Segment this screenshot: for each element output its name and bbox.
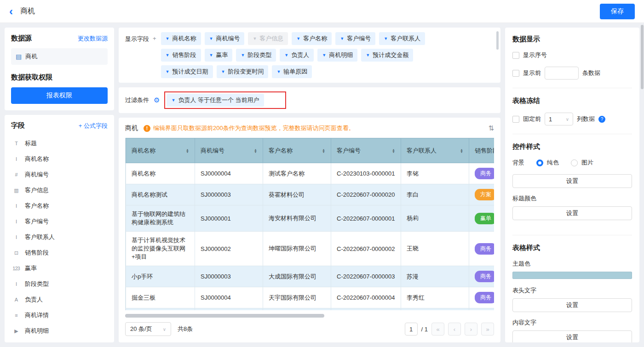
column-header-1[interactable]: 商机编号▲▼ xyxy=(195,138,263,163)
column-header-3[interactable]: 客户编号▲▼ xyxy=(331,138,401,163)
field-item-stage-type[interactable]: I阶段类型 xyxy=(11,276,108,292)
field-item-expected-amount[interactable]: 123预计成交金额 xyxy=(11,339,108,342)
last-page-button[interactable]: » xyxy=(481,323,494,336)
show-front-checkbox[interactable] xyxy=(512,70,519,77)
cell-stage: 商务 xyxy=(469,163,494,184)
column-header-4[interactable]: 客户联系人▲▼ xyxy=(401,138,469,163)
pager-nav: «‹›» xyxy=(431,323,494,336)
field-item-opportunity-name[interactable]: I商机名称 xyxy=(11,151,108,167)
show-front-count-input[interactable] xyxy=(545,67,579,80)
display-field-chip-customer-info[interactable]: ▼客户信息 xyxy=(248,32,288,45)
cell-contact: 李秀红 xyxy=(401,287,469,308)
field-item-title[interactable]: T标题 xyxy=(11,136,108,151)
add-formula-field-link[interactable]: + 公式字段 xyxy=(79,122,108,130)
freeze-checkbox[interactable] xyxy=(512,116,519,123)
chevron-down-icon: ▼ xyxy=(253,36,257,41)
chevron-down-icon: ▼ xyxy=(221,69,225,74)
cell-stage: 商务 xyxy=(469,266,494,287)
cell-opportunity-name: 基于物联网的建筑结构健康检测系统 xyxy=(126,205,195,232)
header-text-label: 表头文字 xyxy=(512,286,632,295)
gear-icon[interactable]: ⚙ xyxy=(154,96,160,104)
display-field-chip-stage-type[interactable]: ▼阶段类型 xyxy=(236,49,276,62)
chevron-down-icon: ▼ xyxy=(166,36,170,41)
theme-color-swatch[interactable] xyxy=(512,272,632,279)
preview-warning: ! 编辑界面只取数据源前200条作为查询数据预览，完整数据请访问页面查看。 xyxy=(144,124,355,132)
display-field-chip-expected-amount[interactable]: ▼预计成交金额 xyxy=(361,49,413,62)
help-icon[interactable]: ? xyxy=(598,116,605,123)
report-permission-button[interactable]: 报表权限 xyxy=(11,87,108,104)
page-size-select[interactable]: 20 条/页 ∨ xyxy=(125,322,171,336)
sort-toggle-icon[interactable]: ⇅ xyxy=(488,124,494,132)
display-field-chip-owner[interactable]: ▼负责人 xyxy=(280,49,314,62)
display-field-chip-lost-reason[interactable]: ▼输单原因 xyxy=(272,65,312,78)
display-field-chip-win-rate[interactable]: ▼赢率 xyxy=(205,49,233,62)
chevron-down-icon: ▼ xyxy=(209,36,213,41)
save-button[interactable]: 保存 xyxy=(600,4,635,19)
solid-color-radio[interactable] xyxy=(536,159,543,166)
display-field-chip-customer-contact[interactable]: ▼客户联系人 xyxy=(379,32,425,45)
prev-page-button[interactable]: ‹ xyxy=(448,323,461,336)
cell-opportunity-name: 基于计算机视觉技术的监控摄像头互联网+项目 xyxy=(126,232,195,266)
current-page-box[interactable]: 1 xyxy=(405,323,418,336)
field-item-win-rate[interactable]: 123赢率 xyxy=(11,261,108,276)
column-header-5[interactable]: 销售阶段▲▼ xyxy=(469,138,494,163)
field-item-owner[interactable]: A负责人 xyxy=(11,292,108,307)
stage-badge: 方案 xyxy=(475,189,494,200)
field-item-opportunity-lines[interactable]: ▶商机明细 xyxy=(11,323,108,339)
sort-icon[interactable]: ▲▼ xyxy=(322,148,325,153)
show-index-checkbox[interactable] xyxy=(512,52,519,59)
first-page-button[interactable]: « xyxy=(431,323,444,336)
datasource-item[interactable]: ▤ 商机 xyxy=(11,48,108,65)
display-field-chip-opportunity-no[interactable]: ▼商机编号 xyxy=(205,32,245,45)
text-icon: I xyxy=(12,281,20,287)
table-row: 基于物联网的建筑结构健康检测系统SJ0000001海安材料有限公司C-20220… xyxy=(126,205,494,232)
freeze-count-select[interactable]: 1 ∨ xyxy=(545,113,573,125)
display-field-chip-stage-change-time[interactable]: ▼阶段变更时间 xyxy=(217,65,269,78)
display-field-chip-expected-date[interactable]: ▼预计成交日期 xyxy=(161,65,213,78)
field-label: 赢率 xyxy=(25,264,37,273)
chip-label: 预计成交金额 xyxy=(373,51,408,59)
filter-label: 过滤条件 xyxy=(125,96,149,104)
content-text-set-button[interactable]: 设置 xyxy=(512,330,632,342)
field-item-customer-contact[interactable]: I客户联系人 xyxy=(11,229,108,245)
background-set-button[interactable]: 设置 xyxy=(512,174,632,188)
chevron-down-icon: ▼ xyxy=(296,36,300,41)
field-item-customer-name[interactable]: I客户名称 xyxy=(11,198,108,214)
display-field-chip-sales-stage[interactable]: ▼销售阶段 xyxy=(161,49,201,62)
sort-icon[interactable]: ▲▼ xyxy=(460,148,463,153)
settings-panel: 数据显示 显示序号 显示前 条数据 表格冻结 固定前 1 ∨ 列数据 xyxy=(505,28,639,342)
preview-table: 商机名称▲▼商机编号▲▼客户名称▲▼客户编号▲▼客户联系人▲▼销售阶段▲▼ 商机… xyxy=(126,138,494,310)
field-item-opportunity-no[interactable]: #商机编号 xyxy=(11,167,108,182)
text-icon: I xyxy=(12,156,20,162)
back-icon[interactable]: ‹ xyxy=(9,6,13,17)
field-label: 阶段类型 xyxy=(25,280,49,288)
change-datasource-link[interactable]: 更改数据源 xyxy=(78,34,108,43)
table-row: 便携式哮喘病监测系统SJ0000005飞星材料公司C-20220607-0000… xyxy=(126,308,494,311)
column-header-2[interactable]: 客户名称▲▼ xyxy=(263,138,331,163)
title-color-set-button[interactable]: 设置 xyxy=(512,206,632,220)
display-field-chip-opportunity-lines[interactable]: ▼商机明细 xyxy=(317,49,357,62)
chips-scrollbar[interactable] xyxy=(496,31,499,65)
image-radio[interactable] xyxy=(571,159,578,166)
display-field-chip-opportunity-name[interactable]: ▼商机名称 xyxy=(161,32,201,45)
image-label: 图片 xyxy=(581,159,593,167)
sort-icon[interactable]: ▲▼ xyxy=(254,148,257,153)
header-text-set-button[interactable]: 设置 xyxy=(512,298,632,312)
sort-icon[interactable]: ▲▼ xyxy=(186,148,189,153)
horizontal-scrollbar[interactable] xyxy=(125,314,494,318)
page-scrollbar[interactable] xyxy=(641,25,644,346)
column-header-0[interactable]: 商机名称▲▼ xyxy=(126,138,195,163)
next-page-button[interactable]: › xyxy=(465,323,477,336)
display-field-chip-customer-no[interactable]: ▼客户编号 xyxy=(335,32,375,45)
field-item-sales-stage[interactable]: ⊡销售阶段 xyxy=(11,245,108,261)
fields-card: 字段 + 公式字段 T标题I商机名称#商机编号▥客户信息I客户名称I客户编号I客… xyxy=(5,115,114,342)
field-item-opportunity-detail[interactable]: ≡商机详情 xyxy=(11,307,108,323)
filter-condition-chip[interactable]: ▼ 负责人 等于任意一个 当前用户 xyxy=(167,94,264,107)
sort-icon[interactable]: ▲▼ xyxy=(392,148,395,153)
field-label: 客户信息 xyxy=(25,186,49,194)
add-field-icon[interactable]: + xyxy=(153,35,156,78)
field-item-customer-info[interactable]: ▥客户信息 xyxy=(11,182,108,198)
display-field-chip-customer-name[interactable]: ▼客户名称 xyxy=(292,32,332,45)
chip-label: 输单原因 xyxy=(283,68,307,76)
field-item-customer-no[interactable]: I客户编号 xyxy=(11,214,108,229)
